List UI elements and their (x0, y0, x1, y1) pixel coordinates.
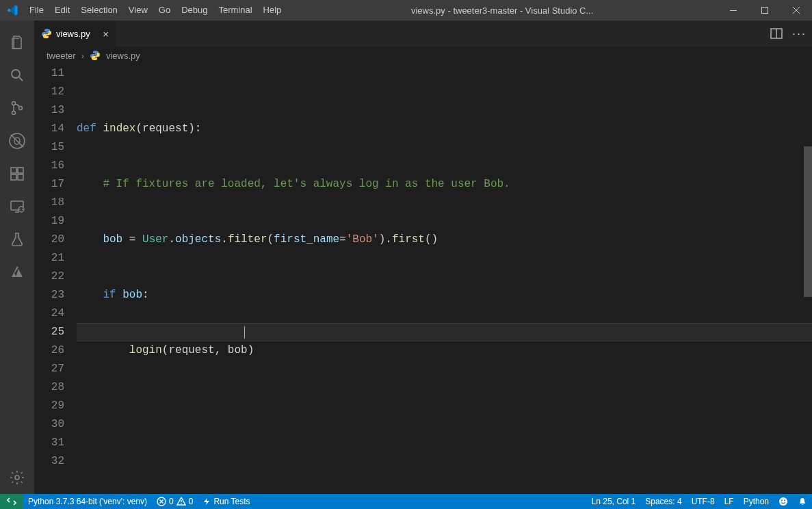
azure-icon[interactable] (0, 256, 34, 289)
svg-point-22 (784, 500, 785, 501)
svg-point-20 (779, 497, 787, 506)
search-icon[interactable] (0, 59, 34, 92)
breadcrumb-file[interactable]: views.py (106, 51, 140, 61)
explorer-icon[interactable] (0, 26, 34, 59)
close-tab-icon[interactable]: × (103, 28, 109, 40)
status-python-env[interactable]: Python 3.7.3 64-bit ('venv': venv) (23, 494, 152, 509)
svg-point-19 (181, 503, 182, 504)
python-file-icon (90, 50, 101, 61)
svg-point-21 (781, 500, 783, 501)
window-title: views.py - tweeter3-master - Visual Stud… (287, 5, 718, 16)
vertical-scrollbar[interactable] (804, 64, 812, 494)
code-editor[interactable]: 1112131415161718192021222324252627282930… (34, 64, 812, 494)
status-bar: Python 3.7.3 64-bit ('venv': venv) 0 0 R… (0, 494, 812, 509)
source-control-icon[interactable] (0, 92, 34, 125)
tab-label: views.py (56, 29, 90, 39)
settings-gear-icon[interactable] (0, 461, 34, 494)
extensions-icon[interactable] (0, 157, 34, 190)
svg-point-5 (19, 107, 23, 110)
menu-edit[interactable]: Edit (49, 0, 75, 21)
chevron-right-icon: › (81, 51, 84, 61)
test-icon[interactable] (0, 223, 34, 256)
current-line-highlight (77, 323, 812, 341)
svg-point-2 (12, 70, 20, 78)
text-cursor (244, 326, 245, 339)
menu-help[interactable]: Help (258, 0, 287, 21)
remote-explorer-icon[interactable] (0, 190, 34, 223)
menu-terminal[interactable]: Terminal (213, 0, 257, 21)
svg-point-14 (15, 475, 19, 480)
line-number-gutter: 1112131415161718192021222324252627282930… (34, 64, 77, 494)
menu-bar: File Edit Selection View Go Debug Termin… (24, 0, 287, 21)
svg-rect-1 (762, 8, 768, 14)
status-problems[interactable]: 0 0 (152, 494, 198, 509)
status-encoding[interactable]: UTF-8 (687, 494, 720, 509)
status-language[interactable]: Python (739, 494, 774, 509)
breadcrumbs[interactable]: tweeter › views.py (34, 47, 812, 64)
menu-debug[interactable]: Debug (176, 0, 213, 21)
editor-area: views.py × ··· tweeter › views.py 111213… (34, 21, 812, 494)
close-button[interactable] (781, 0, 812, 21)
activity-bar (0, 21, 34, 494)
breadcrumb-folder[interactable]: tweeter (47, 51, 76, 61)
svg-rect-0 (730, 10, 737, 11)
svg-point-3 (12, 102, 16, 105)
more-actions-icon[interactable]: ··· (792, 27, 807, 41)
maximize-button[interactable] (749, 0, 781, 21)
debug-icon[interactable] (0, 125, 34, 157)
window-controls (718, 0, 812, 21)
title-bar: File Edit Selection View Go Debug Termin… (0, 0, 812, 21)
tabs-bar: views.py × ··· (34, 21, 812, 47)
menu-selection[interactable]: Selection (75, 0, 122, 21)
minimize-button[interactable] (718, 0, 749, 21)
status-ln-col[interactable]: Ln 25, Col 1 (587, 494, 641, 509)
menu-file[interactable]: File (24, 0, 49, 21)
status-eol[interactable]: LF (720, 494, 739, 509)
remote-indicator[interactable] (0, 494, 23, 509)
split-editor-icon[interactable] (770, 27, 783, 40)
svg-rect-9 (11, 174, 16, 180)
svg-rect-11 (18, 168, 23, 173)
svg-point-4 (12, 112, 16, 115)
python-file-icon (41, 28, 52, 39)
status-spaces[interactable]: Spaces: 4 (640, 494, 686, 509)
menu-view[interactable]: View (123, 0, 153, 21)
status-feedback-icon[interactable] (774, 494, 793, 509)
scrollbar-thumb[interactable] (804, 146, 812, 297)
svg-rect-10 (18, 174, 23, 180)
status-run-tests[interactable]: Run Tests (198, 494, 254, 509)
code-content[interactable]: def index(request): # If fixtures are lo… (77, 64, 812, 494)
svg-rect-8 (11, 168, 16, 173)
tab-views-py[interactable]: views.py × (34, 21, 116, 47)
vscode-logo-icon (0, 4, 24, 16)
status-bell-icon[interactable] (793, 494, 812, 509)
menu-go[interactable]: Go (153, 0, 176, 21)
